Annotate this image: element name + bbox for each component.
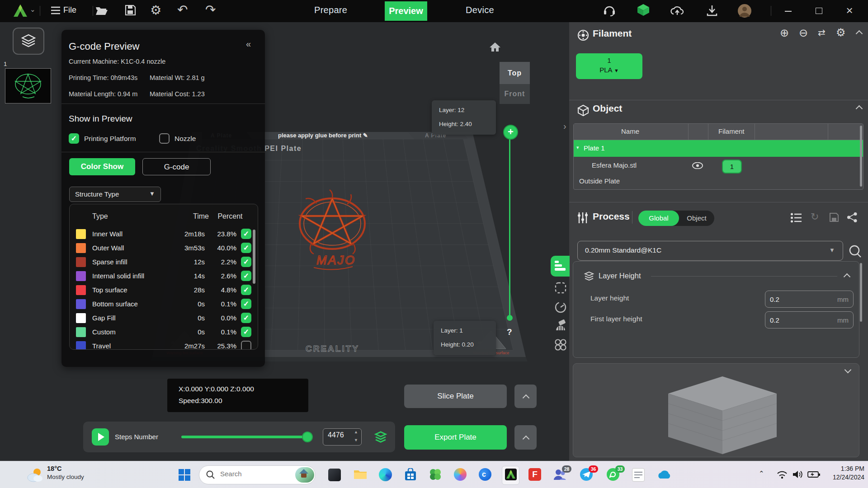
row-checkbox[interactable]: ✓ — [241, 313, 251, 323]
volume-icon[interactable] — [792, 470, 803, 481]
tab-strength[interactable] — [551, 279, 570, 297]
structure-table-scrollbar[interactable] — [253, 230, 255, 284]
taskbar-app-notes-icon[interactable] — [632, 468, 645, 482]
window-maximize-button[interactable] — [808, 0, 829, 22]
download-icon[interactable] — [706, 5, 718, 18]
tab-others[interactable] — [551, 336, 570, 354]
row-checkbox[interactable]: ✓ — [241, 285, 251, 295]
layer-height-input[interactable]: 0.2 mm — [765, 291, 854, 308]
preset-share-icon[interactable] — [847, 212, 858, 225]
help-icon[interactable]: ? — [507, 327, 512, 337]
export-plate-button[interactable]: Export Plate — [404, 425, 507, 450]
tab-support[interactable] — [551, 317, 570, 335]
home-view-icon[interactable] — [489, 42, 501, 54]
params-scrollbar[interactable] — [860, 263, 862, 322]
tab-device[interactable]: Device — [466, 5, 494, 15]
taskbar-app-store-icon[interactable] — [404, 468, 417, 483]
plate-row-expander-icon[interactable]: ▾ — [576, 145, 579, 150]
layer-slider-top-handle[interactable]: + — [503, 125, 518, 140]
window-close-button[interactable]: × — [839, 0, 860, 22]
tab-quality[interactable] — [551, 256, 570, 277]
row-checkbox[interactable] — [241, 341, 251, 350]
search-box[interactable] — [199, 465, 316, 484]
search-highlight-image[interactable] — [295, 467, 314, 483]
taskbar-app-onedrive-icon[interactable] — [656, 469, 671, 481]
object-collapse-icon[interactable] — [856, 105, 863, 113]
object-row-plate[interactable]: ▾ Plate 1 — [574, 140, 863, 157]
taskbar-app-copilot-icon[interactable] — [454, 468, 467, 481]
model-library-icon[interactable] — [637, 3, 650, 19]
row-checkbox[interactable]: ✓ — [241, 327, 251, 337]
taskbar-app-edge-icon[interactable] — [379, 468, 392, 481]
filament-add-icon[interactable]: ⊕ — [780, 27, 789, 39]
view-front-button[interactable]: Front — [500, 84, 530, 104]
object-row-model[interactable]: Esfera Majo.stl 1 — [574, 157, 863, 174]
wifi-icon[interactable] — [777, 470, 788, 481]
tray-expand-icon[interactable]: ⌃ — [759, 469, 764, 478]
filament-slot-card[interactable]: 1 PLA ▼ — [576, 53, 642, 79]
play-button[interactable] — [92, 428, 109, 446]
object-row-outside[interactable]: Outside Plate — [574, 174, 863, 188]
scope-global-button[interactable]: Global — [638, 211, 679, 226]
clock-widget[interactable]: 1:36 PM 12/24/2024 — [823, 465, 864, 485]
object-table-scrollbar[interactable] — [860, 126, 862, 187]
right-panel-collapse-icon[interactable]: › — [563, 121, 566, 131]
filament-settings-gear-icon[interactable]: ⚙ — [836, 26, 846, 39]
preset-save-icon[interactable] — [830, 213, 839, 224]
file-menu[interactable]: File — [63, 5, 76, 15]
preset-list-icon[interactable] — [791, 213, 802, 225]
row-checkbox[interactable]: ✓ — [241, 299, 251, 309]
app-logo-icon[interactable] — [12, 3, 29, 20]
preview-expand-icon[interactable] — [844, 366, 852, 374]
gcode-button[interactable]: G-code — [142, 158, 211, 175]
first-layer-height-input[interactable]: 0.2 mm — [765, 311, 854, 328]
filament-remove-icon[interactable]: ⊖ — [799, 27, 808, 39]
visibility-eye-icon[interactable] — [692, 162, 703, 171]
steps-slider-thumb[interactable] — [302, 432, 313, 442]
preset-search-icon[interactable] — [849, 244, 862, 260]
printing-platform-checkbox[interactable]: ✓ — [69, 133, 79, 144]
plate-thumbnail[interactable] — [5, 68, 51, 103]
taskbar-app-explorer-icon[interactable] — [354, 469, 367, 482]
preset-dropdown[interactable]: 0.20mm Standard@K1C ▼ — [577, 241, 843, 261]
undo-icon[interactable]: ↶ — [177, 2, 188, 17]
redo-icon[interactable]: ↷ — [205, 2, 216, 17]
nozzle-checkbox[interactable] — [159, 133, 170, 144]
slice-plate-button[interactable]: Slice Plate — [404, 385, 507, 408]
steps-input[interactable]: ▲ ▼ — [323, 428, 362, 446]
window-minimize-button[interactable] — [778, 0, 798, 22]
color-show-button[interactable]: Color Show — [69, 158, 135, 175]
row-checkbox[interactable]: ✓ — [241, 243, 251, 253]
row-checkbox[interactable]: ✓ — [241, 257, 251, 267]
stepper-up-icon[interactable]: ▲ — [354, 430, 358, 434]
layer-height-collapse-icon[interactable] — [844, 273, 851, 281]
taskbar-app-blue-icon[interactable]: c — [479, 468, 491, 481]
battery-icon[interactable] — [807, 471, 820, 480]
logo-dropdown-icon[interactable]: ⌄ — [30, 5, 36, 14]
taskbar-app-f-icon[interactable]: F — [528, 468, 541, 481]
layer-slider-bottom-handle[interactable] — [507, 315, 513, 321]
model-filament-badge[interactable]: 1 — [722, 160, 742, 174]
tab-preview[interactable]: Preview — [385, 1, 427, 21]
row-checkbox[interactable]: ✓ — [241, 271, 251, 281]
save-icon[interactable] — [125, 5, 136, 18]
slice-options-button[interactable] — [514, 385, 537, 408]
scope-object-button[interactable]: Object — [679, 211, 714, 226]
taskbar-app-photos-icon[interactable] — [328, 469, 341, 481]
plate-list-button[interactable] — [13, 28, 44, 55]
row-checkbox[interactable]: ✓ — [241, 229, 251, 239]
hamburger-menu-icon[interactable] — [51, 6, 61, 17]
stepper-down-icon[interactable]: ▼ — [354, 438, 358, 442]
panel-collapse-icon[interactable]: « — [246, 39, 251, 49]
filament-sync-icon[interactable]: ⇄ — [818, 27, 826, 38]
tab-speed[interactable] — [551, 298, 570, 316]
preset-reset-icon[interactable]: ↻ — [811, 211, 819, 223]
taskbar-app-creality-active[interactable] — [502, 466, 519, 485]
taskbar-app-green-icon[interactable] — [429, 468, 442, 483]
search-input[interactable] — [219, 469, 289, 478]
open-file-icon[interactable] — [95, 5, 108, 18]
structure-type-select[interactable]: Structure Type ▼ — [69, 187, 161, 202]
steps-value-field[interactable] — [327, 431, 352, 440]
steps-layers-icon[interactable] — [374, 431, 387, 443]
export-options-button[interactable] — [514, 425, 537, 450]
